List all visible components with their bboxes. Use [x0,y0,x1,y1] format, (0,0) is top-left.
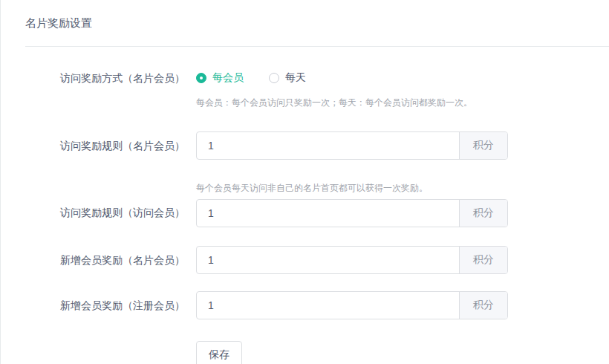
radio-option-per-member[interactable]: 每会员 [196,71,244,85]
unit-suffix: 积分 [459,292,507,319]
reward-mode-radio-group: 每会员 每天 [196,71,508,85]
field-label: 新增会员奖励（注册会员） [25,298,185,313]
visit-rule-card-member-input[interactable] [197,132,459,159]
page-title: 名片奖励设置 [1,0,609,31]
radio-selected-icon[interactable] [196,73,206,83]
points-input-group: 积分 [196,246,508,274]
save-row: 保存 [196,341,609,364]
form-row-new-member-card: 新增会员奖励（名片会员） 积分 [25,246,609,274]
field-label: 新增会员奖励（名片会员） [25,253,185,267]
helper-text-visit-rule: 每个会员每天访问非自己的名片首页都可以获得一次奖励。 [196,182,508,195]
form-row-visit-rule-visitor-member: 访问奖励规则（访问会员） 每个会员每天访问非自己的名片首页都可以获得一次奖励。 … [25,182,609,227]
divider [25,46,609,47]
unit-suffix: 积分 [459,200,507,227]
visit-rule-visitor-member-input[interactable] [197,200,459,227]
settings-panel: 名片奖励设置 访问奖励方式（名片会员） 每会员 每天 每会员：每个会员访问只奖励… [0,0,609,364]
reward-settings-form: 访问奖励方式（名片会员） 每会员 每天 每会员：每个会员访问只奖励一次；每天：每… [1,71,609,364]
field-label: 访问奖励规则（名片会员） [25,138,185,153]
save-button[interactable]: 保存 [196,341,242,364]
field-label: 访问奖励方式（名片会员） [25,71,185,85]
new-member-card-input[interactable] [197,247,459,273]
points-input-group: 积分 [196,199,508,227]
radio-unselected-icon[interactable] [269,73,279,83]
radio-label[interactable]: 每会员 [212,71,244,85]
points-input-group: 积分 [196,291,508,319]
unit-suffix: 积分 [459,247,507,273]
form-row-visit-rule-card-member: 访问奖励规则（名片会员） 积分 [25,131,609,160]
field-label: 访问奖励规则（访问会员） [25,205,185,220]
points-input-group: 积分 [196,131,508,160]
radio-label[interactable]: 每天 [285,71,306,85]
form-row-new-member-registered: 新增会员奖励（注册会员） 积分 [25,291,609,319]
helper-text-reward-mode: 每会员：每个会员访问只奖励一次；每天：每个会员访问都奖励一次。 [196,97,609,109]
radio-option-per-day[interactable]: 每天 [269,71,306,85]
form-row-reward-mode: 访问奖励方式（名片会员） 每会员 每天 [25,71,609,85]
unit-suffix: 积分 [459,132,507,159]
new-member-registered-input[interactable] [197,292,459,319]
